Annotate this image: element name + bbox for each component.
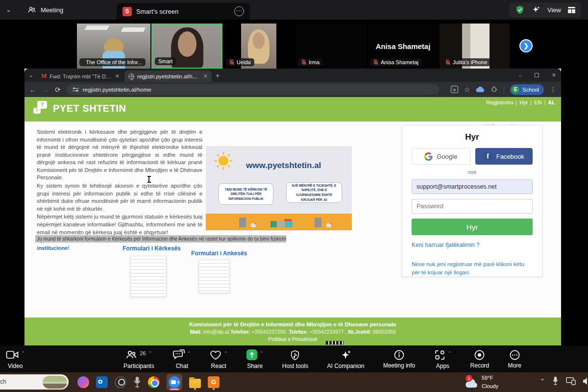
chevron-up-icon[interactable]: ⌃ (187, 351, 191, 356)
form-request-thumbnail[interactable] (130, 256, 167, 297)
profile-badge[interactable]: E School (510, 84, 544, 95)
outlook-icon[interactable] (96, 376, 108, 388)
participant-name-pill: Smart (155, 57, 176, 65)
reload-icon[interactable]: ⟳ (55, 86, 61, 94)
tab-search-chevron-icon[interactable]: ⌄ (29, 72, 33, 78)
record-button[interactable]: Record (470, 349, 490, 369)
voice-recorder-icon[interactable] (133, 376, 141, 388)
nav-lang-al[interactable]: AL (548, 99, 555, 105)
tray-chevron-up-icon[interactable]: ⌃ (540, 378, 545, 385)
participant-name: Irma (309, 59, 319, 65)
promo-banner: www.pyetshtetin.al Tani mund të kërkoni … (206, 146, 352, 230)
search-text: ch (0, 378, 6, 385)
new-tab-icon[interactable]: + (216, 72, 220, 79)
form-complaint-thumbnail[interactable] (198, 260, 230, 293)
facebook-login-button[interactable]: f Facebook (475, 148, 533, 165)
record-label: Record (470, 362, 490, 369)
participants-button[interactable]: 26 ⌃ Participants (123, 349, 154, 369)
nav-lang-en[interactable]: EN (534, 99, 541, 105)
browser-tab-active[interactable]: regjistri.pyetshtetin.al/home ✕ (124, 71, 212, 82)
tab-close-icon[interactable]: ✕ (115, 73, 120, 79)
close-icon[interactable]: ✕ (552, 72, 556, 78)
zoom-app-active[interactable] (167, 374, 182, 391)
forgot-password-link[interactable]: Keni harruar fjalëkalimin ? (412, 242, 533, 248)
register-hint-link[interactable]: Nëse nuk jeni regjistruar më parë klikon… (412, 260, 533, 276)
collapse-chevron-icon[interactable]: ⌄ (6, 6, 11, 13)
facebook-button-label: Facebook (496, 153, 524, 160)
restore-icon[interactable] (535, 73, 539, 77)
file-explorer-icon[interactable] (189, 379, 201, 388)
react-button[interactable]: ⌃ React (210, 349, 228, 369)
tab-options-icon[interactable]: ⋯ (234, 6, 244, 16)
nav-register-link[interactable]: Regjistrohu (486, 99, 514, 105)
taskbar-search-box[interactable]: ch (0, 374, 69, 390)
next-participants-arrow-icon[interactable]: ❯ (519, 39, 533, 52)
back-icon[interactable]: ← (29, 86, 36, 94)
bookmark-star-icon[interactable]: ☆ (464, 86, 470, 94)
chat-icon (173, 349, 185, 360)
tab-meeting[interactable]: Meeting (20, 0, 71, 20)
participant-tile-julita[interactable]: Julita's iPhone (440, 24, 510, 69)
view-grid-icon[interactable] (568, 7, 575, 13)
login-submit-button[interactable]: Hyr (412, 219, 533, 235)
chevron-up-icon[interactable]: ⌃ (148, 351, 152, 356)
chrome-icon[interactable] (148, 376, 160, 388)
chevron-up-icon[interactable]: ⌃ (448, 351, 452, 356)
ai-companion-icon[interactable] (532, 5, 540, 14)
video-button[interactable]: ⌃ Video (6, 349, 25, 369)
form-request-link[interactable]: Formulari i Kërkesës (122, 245, 181, 252)
search-daily-image[interactable] (43, 376, 67, 389)
privacy-policy-link[interactable]: Politikat e Privatësisë (24, 336, 561, 342)
cloud-sync-icon[interactable] (476, 86, 485, 93)
participant-tile-office[interactable]: The Office of the Infor... (77, 24, 150, 69)
site-logo[interactable]: ? ? PYET SHTETIN (33, 101, 126, 116)
more-ellipsis-icon (509, 349, 520, 361)
extensions-icon[interactable] (490, 86, 498, 93)
google-login-button[interactable]: Google (412, 148, 470, 165)
tab-smarts-screen[interactable]: S Smart's screen ⋯ (117, 3, 250, 20)
apps-button[interactable]: ⌃ Apps (434, 349, 452, 369)
nav-login-link[interactable]: Hyr (519, 99, 528, 105)
participant-tile-smart-active[interactable]: Smart (151, 24, 222, 69)
intro-paragraph-1: Sistemi elektronik i kërkesave dhe përgj… (37, 128, 202, 182)
toolbar-actions: a ☆ E School ⋮ (451, 84, 556, 95)
forward-icon[interactable]: → (42, 86, 49, 94)
site-brand: PYET SHTETIN (53, 103, 126, 114)
cast-screen-icon[interactable] (566, 377, 576, 385)
translate-icon[interactable]: a (451, 86, 458, 93)
chevron-up-icon[interactable]: ⌃ (21, 351, 25, 356)
globe-favicon (128, 74, 134, 79)
meeting-info-button[interactable]: Meeting info (383, 349, 415, 369)
security-shield-icon[interactable] (515, 5, 525, 15)
obs-icon[interactable] (115, 376, 126, 388)
participant-tile-ueida[interactable]: Ueida (223, 24, 294, 69)
more-button[interactable]: More (508, 349, 521, 369)
address-bar[interactable]: regjistri.pyetshtetin.al/home (67, 84, 439, 95)
intro-paragraph-2: Ky sistem synon të lehtësojë aksesin e q… (37, 182, 202, 213)
view-button-label[interactable]: View (547, 6, 561, 14)
participant-tile-irma[interactable]: Irma (295, 24, 367, 69)
chat-button[interactable]: ⌃ Chat (173, 349, 191, 369)
browser-tab-gmail[interactable]: M Fwd: Trajnim mbi "Të Drejtën e l ✕ (37, 71, 123, 82)
avatar: E (512, 86, 519, 94)
chevron-up-icon[interactable]: ⌃ (224, 351, 228, 356)
muted-mic-icon (229, 59, 234, 65)
browser-menu-icon[interactable]: ⋮ (550, 86, 556, 93)
email-field[interactable] (412, 179, 533, 194)
site-settings-icon[interactable] (73, 87, 79, 92)
participant-tile-anisa[interactable]: Anisa Shametaj Anisa Shametaj (368, 24, 439, 69)
speaker-icon[interactable] (583, 377, 588, 385)
ai-companion-button[interactable]: AI Companion (327, 349, 365, 369)
tray-mic-icon[interactable] (552, 376, 559, 386)
form-complaint-link[interactable]: Formulari i Ankesës (191, 250, 247, 257)
share-button[interactable]: ⌃ Share (246, 349, 264, 369)
tab-close-icon[interactable]: ✕ (203, 73, 208, 79)
password-field[interactable] (412, 199, 533, 214)
minimize-icon[interactable]: – (519, 73, 522, 78)
host-tools-button[interactable]: Host tools (282, 349, 308, 369)
chevron-up-icon[interactable]: ⌃ (260, 351, 264, 356)
pdf-app-icon[interactable]: G (208, 376, 220, 388)
copilot-icon[interactable] (77, 376, 89, 388)
taskbar-weather-widget[interactable]: 1 59°F Cloudy (465, 374, 498, 390)
footer-mail-value[interactable]: info@idp.al, (202, 329, 231, 335)
